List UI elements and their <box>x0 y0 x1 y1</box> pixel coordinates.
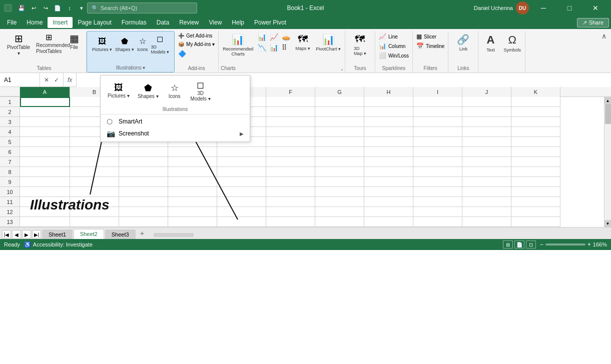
text-button[interactable]: A Text <box>480 32 500 54</box>
cell-c12[interactable] <box>119 207 168 217</box>
cell-h9[interactable] <box>364 177 413 187</box>
cell-d10[interactable] <box>168 187 217 197</box>
cell-k8[interactable] <box>511 167 560 177</box>
cell-f4[interactable] <box>266 127 315 137</box>
cell-e12[interactable] <box>217 207 266 217</box>
recommended-pivot-button[interactable]: ⊞ RecommendedPivotTables <box>34 32 63 56</box>
col-header-j[interactable]: J <box>462 87 511 97</box>
winloss-button[interactable]: ⬜ Win/Loss <box>377 51 410 60</box>
cell-e8[interactable] <box>217 167 266 177</box>
excel-icon[interactable]: X <box>4 4 12 12</box>
cell-d8[interactable] <box>168 167 217 177</box>
menu-power-pivot[interactable]: Power Pivot <box>249 17 291 28</box>
cell-j9[interactable] <box>462 177 511 187</box>
column-sparkline-button[interactable]: 📊 Column <box>377 42 410 50</box>
vertical-scrollbar[interactable]: ▲ ▼ <box>604 97 611 227</box>
cell-g6[interactable] <box>315 147 364 157</box>
cell-b6[interactable] <box>70 147 119 157</box>
cell-i11[interactable] <box>413 197 462 207</box>
cell-d9[interactable] <box>168 177 217 187</box>
cell-c8[interactable] <box>119 167 168 177</box>
cell-a2[interactable] <box>20 107 70 117</box>
close-button[interactable]: ✕ <box>584 0 607 16</box>
icons-dropdown-button[interactable]: ☆ Icons <box>164 80 186 101</box>
cell-a4[interactable] <box>20 127 70 137</box>
screenshot-menu-item[interactable]: 📷 Screenshot ▶ <box>101 128 250 140</box>
cell-j8[interactable] <box>462 167 511 177</box>
cell-a12[interactable] <box>20 207 70 217</box>
cell-k12[interactable] <box>511 207 560 217</box>
cell-h3[interactable] <box>364 117 413 127</box>
select-all-button[interactable] <box>0 87 20 96</box>
cell-j2[interactable] <box>462 107 511 117</box>
zoom-out-button[interactable]: − <box>540 241 543 248</box>
cell-e7[interactable] <box>217 157 266 167</box>
add-sheet-button[interactable]: ＋ <box>137 228 148 239</box>
link-button[interactable]: 🔗 Link <box>453 32 473 53</box>
scroll-up-button[interactable]: ▲ <box>604 97 612 104</box>
slicer-button[interactable]: ▦ Slicer <box>415 32 446 41</box>
row-header-9[interactable]: 9 <box>0 177 20 187</box>
cell-a10[interactable] <box>20 187 70 197</box>
cell-f6[interactable] <box>266 147 315 157</box>
page-break-view-button[interactable]: ⊡ <box>526 240 536 248</box>
cell-h10[interactable] <box>364 187 413 197</box>
col-header-g[interactable]: G <box>315 87 364 97</box>
cell-k13[interactable] <box>511 217 560 227</box>
accessibility-status[interactable]: ♿ Accessibility: Investigate <box>24 242 93 248</box>
cell-h11[interactable] <box>364 197 413 207</box>
stat-chart-button[interactable]: 📊 <box>268 42 280 52</box>
scroll-track[interactable] <box>604 104 612 220</box>
cell-h8[interactable] <box>364 167 413 177</box>
cell-a1[interactable] <box>20 97 70 107</box>
scroll-thumb[interactable] <box>605 104 611 124</box>
menu-help[interactable]: Help <box>227 17 249 28</box>
menu-file[interactable]: File <box>2 17 22 28</box>
cell-i12[interactable] <box>413 207 462 217</box>
row-header-3[interactable]: 3 <box>0 117 20 127</box>
sheet-last-button[interactable]: ▶| <box>32 230 41 239</box>
my-addins-button[interactable]: 📦 My Add-ins ▾ <box>177 40 216 48</box>
sheet-tab-sheet2[interactable]: Sheet2 <box>74 229 104 239</box>
cell-f2[interactable] <box>266 107 315 117</box>
save-button[interactable]: 💾 <box>16 2 27 14</box>
col-header-i[interactable]: I <box>413 87 462 97</box>
pivot-chart-button[interactable]: 📊 PivotChart ▾ <box>314 32 343 53</box>
cell-i9[interactable] <box>413 177 462 187</box>
cell-f3[interactable] <box>266 117 315 127</box>
cell-g10[interactable] <box>315 187 364 197</box>
cell-c11[interactable] <box>119 197 168 207</box>
pie-chart-button[interactable]: 🥧 <box>280 32 292 42</box>
cell-g11[interactable] <box>315 197 364 207</box>
scatter-chart-button[interactable]: ⠿ <box>280 42 288 52</box>
cell-h12[interactable] <box>364 207 413 217</box>
row-header-6[interactable]: 6 <box>0 147 20 157</box>
ribbon-collapse-button[interactable]: ∧ <box>599 31 609 41</box>
user-avatar[interactable]: DU <box>516 2 529 14</box>
get-addins-button[interactable]: ➕ Get Add-ins <box>177 32 216 40</box>
menu-review[interactable]: Review <box>174 17 204 28</box>
cell-g2[interactable] <box>315 107 364 117</box>
cell-g7[interactable] <box>315 157 364 167</box>
cell-a3[interactable] <box>20 117 70 127</box>
h-scroll-thumb[interactable] <box>154 233 194 237</box>
recommended-charts-button[interactable]: 📊 RecommendedCharts <box>221 32 255 58</box>
pictures-dropdown-button[interactable]: 🖼 Pictures ▾ <box>105 80 133 100</box>
new-file-button[interactable]: 📄 <box>52 2 63 14</box>
3d-map-button[interactable]: 🗺 3DMap ▾ <box>350 32 370 58</box>
3d-models-dropdown-button[interactable]: ◻ 3DModels ▾ <box>188 78 214 104</box>
cell-i4[interactable] <box>413 127 462 137</box>
row-header-4[interactable]: 4 <box>0 127 20 137</box>
menu-data[interactable]: Data <box>152 17 174 28</box>
cell-k7[interactable] <box>511 157 560 167</box>
cell-j7[interactable] <box>462 157 511 167</box>
search-bar[interactable]: 🔍 Search (Alt+Q) <box>87 2 197 14</box>
cell-h5[interactable] <box>364 137 413 147</box>
cell-h2[interactable] <box>364 107 413 117</box>
cell-f12[interactable] <box>266 207 315 217</box>
row-header-5[interactable]: 5 <box>0 137 20 147</box>
cell-h4[interactable] <box>364 127 413 137</box>
cell-i7[interactable] <box>413 157 462 167</box>
cell-reference-box[interactable]: A1 <box>0 73 40 87</box>
cell-i1[interactable] <box>413 97 462 107</box>
